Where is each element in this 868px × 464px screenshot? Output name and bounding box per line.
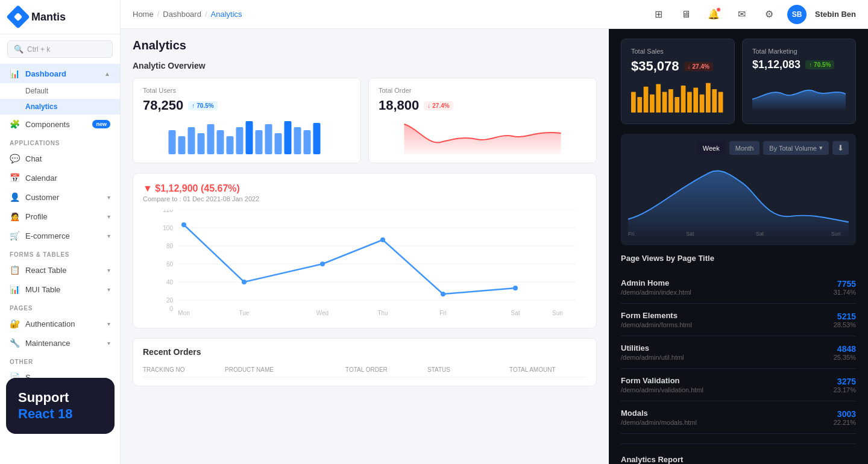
- sidebar-sub-default[interactable]: Default: [0, 83, 120, 99]
- nav-label-react-table: React Table: [25, 266, 66, 275]
- volume-button[interactable]: By Total Volume ▾: [763, 141, 829, 155]
- dark-panel: Total Sales $35,078 ↓ 27.4%: [609, 29, 868, 464]
- sidebar-item-maintenance[interactable]: 🔧 Maintenance ▾: [0, 333, 120, 353]
- sidebar-item-customer[interactable]: 👤 Customer ▾: [0, 187, 120, 207]
- page-url-3: /demo/admin/util.html: [621, 354, 684, 361]
- page-pct-4: 23.17%: [834, 386, 856, 393]
- orders-title: Recent Orders: [143, 347, 587, 357]
- dark-income-controls: Week Month By Total Volume ▾ ⬇: [621, 134, 856, 245]
- sidebar-item-calendar[interactable]: 📅 Calendar: [0, 168, 120, 187]
- svg-text:100: 100: [163, 225, 173, 231]
- logo[interactable]: Mantis: [0, 0, 120, 34]
- chevron-icon: ▲: [104, 71, 110, 77]
- sidebar: Mantis 🔍 Ctrl + k 📊 Dashboard ▲ Default …: [0, 0, 121, 464]
- nav-label-dashboard: Dashboard: [25, 69, 66, 78]
- stat-value-row-users: 78,250 ↑ 70.5%: [143, 98, 351, 113]
- svg-rect-46: [656, 84, 661, 112]
- page-count-1: 7755: [834, 279, 856, 289]
- page-url-2: /demo/admin/forms.html: [621, 321, 692, 328]
- nav-label-calendar: Calendar: [25, 174, 57, 183]
- week-button[interactable]: Week: [697, 141, 726, 155]
- svg-text:Sun: Sun: [552, 310, 563, 316]
- mail-icon[interactable]: ✉: [732, 5, 751, 24]
- stat-value-sales: $35,078: [631, 58, 679, 74]
- page-view-item-4: Form Validation /demo/admin/validation.h…: [621, 369, 856, 401]
- svg-rect-45: [650, 95, 655, 113]
- stat-value-users: 78,250: [143, 98, 183, 113]
- page-pct-3: 25.35%: [834, 354, 856, 361]
- react-table-icon: 📋: [10, 265, 19, 275]
- svg-rect-1: [178, 136, 186, 154]
- stat-value-marketing: $1,12,083: [752, 58, 800, 71]
- svg-rect-53: [700, 95, 705, 113]
- sidebar-item-mui-table[interactable]: 📊 MUI Table ▾: [0, 280, 120, 299]
- dark-stats-row: Total Sales $35,078 ↓ 27.4%: [621, 39, 856, 124]
- section-label-applications: Applications: [0, 134, 120, 149]
- avatar[interactable]: SB: [787, 5, 807, 24]
- sidebar-item-components[interactable]: 🧩 Components new: [0, 114, 120, 134]
- income-header: ▼ $1,12,900 (45.67%) Compare to : 01 Dec…: [143, 183, 587, 202]
- sidebar-item-chat[interactable]: 💬 Chat: [0, 149, 120, 168]
- support-popup[interactable]: Support React 18: [6, 378, 115, 434]
- svg-rect-52: [693, 88, 698, 113]
- sidebar-item-authentication[interactable]: 🔐 Authentication ▾: [0, 314, 120, 333]
- dashboard-icon: 📊: [10, 69, 19, 78]
- stat-badge-order: ↓ 27.4%: [424, 101, 453, 110]
- svg-text:Fri: Fri: [628, 231, 634, 237]
- settings-icon[interactable]: ⚙: [760, 5, 779, 24]
- stat-label-order: Total Order: [379, 87, 587, 94]
- svg-point-33: [441, 292, 445, 296]
- month-button[interactable]: Month: [729, 141, 760, 155]
- sidebar-item-dashboard[interactable]: 📊 Dashboard ▲: [0, 64, 120, 83]
- income-value-row: ▼ $1,12,900 (45.67%): [143, 183, 259, 194]
- sidebar-sub-analytics[interactable]: Analytics: [0, 99, 120, 114]
- search-bar[interactable]: 🔍 Ctrl + k: [7, 40, 113, 58]
- support-subtitle: React 18: [18, 406, 102, 422]
- maintenance-icon: 🔧: [10, 338, 19, 348]
- income-compare: Compare to : 01 Dec 2021-08 Jan 2022: [143, 195, 259, 202]
- svg-rect-50: [681, 86, 686, 113]
- sidebar-item-react-table[interactable]: 📋 React Table ▾: [0, 260, 120, 280]
- download-button[interactable]: ⬇: [832, 141, 849, 155]
- stat-badge-sales: ↓ 27.4%: [684, 62, 713, 71]
- nav-label-mui-table: MUI Table: [25, 285, 60, 294]
- stat-value-row-order: 18,800 ↓ 27.4%: [379, 98, 587, 113]
- svg-rect-11: [275, 133, 282, 154]
- grid-icon[interactable]: ⊞: [649, 5, 668, 24]
- notification-icon[interactable]: 🔔: [704, 5, 723, 24]
- svg-rect-5: [217, 130, 224, 154]
- stat-value-row-marketing: $1,12,083 ↑ 70.5%: [752, 58, 846, 71]
- chevron-icon: ▾: [107, 286, 110, 293]
- stat-card-order: Total Order 18,800 ↓ 27.4%: [368, 78, 597, 163]
- svg-rect-6: [227, 136, 234, 154]
- svg-text:Sat: Sat: [686, 231, 694, 237]
- sidebar-item-profile[interactable]: 🙍 Profile ▾: [0, 207, 120, 226]
- nav-label-components: Components: [25, 120, 70, 129]
- breadcrumb-sep2: /: [205, 10, 207, 19]
- nav-label-chat: Chat: [25, 154, 42, 163]
- breadcrumb-dashboard[interactable]: Dashboard: [163, 10, 201, 19]
- income-info: ▼ $1,12,900 (45.67%) Compare to : 01 Dec…: [143, 183, 259, 202]
- income-amount: ▼ $1,12,900 (45.67%): [143, 183, 240, 194]
- sidebar-item-ecommerce[interactable]: 🛒 E-commerce ▾: [0, 226, 120, 245]
- page-pct-2: 28.53%: [834, 321, 856, 328]
- page-views-section: Page Views by Page Title Admin Home /dem…: [621, 254, 856, 434]
- profile-icon: 🙍: [10, 212, 19, 221]
- chevron-icon: ▾: [107, 194, 110, 201]
- breadcrumb-home[interactable]: Home: [133, 10, 154, 19]
- monitor-icon[interactable]: 🖥: [676, 5, 696, 24]
- svg-text:60: 60: [166, 261, 174, 268]
- svg-text:Tue: Tue: [239, 310, 250, 316]
- analytic-overview-title: Analytic Overview: [133, 61, 597, 71]
- nav-label-ecommerce: E-commerce: [25, 231, 70, 240]
- page-views-title: Page Views by Page Title: [621, 254, 856, 263]
- svg-rect-47: [662, 92, 667, 112]
- page-count-5: 3003: [834, 409, 856, 419]
- table-header: TRACKING NO PRODUCT NAME TOTAL ORDER STA…: [143, 363, 587, 377]
- page-count-2: 5215: [834, 312, 856, 321]
- svg-text:Sat: Sat: [756, 231, 764, 237]
- col-status: STATUS: [427, 366, 505, 373]
- customer-icon: 👤: [10, 192, 19, 202]
- calendar-icon: 📅: [10, 173, 19, 183]
- page-pct-1: 31.74%: [834, 289, 856, 296]
